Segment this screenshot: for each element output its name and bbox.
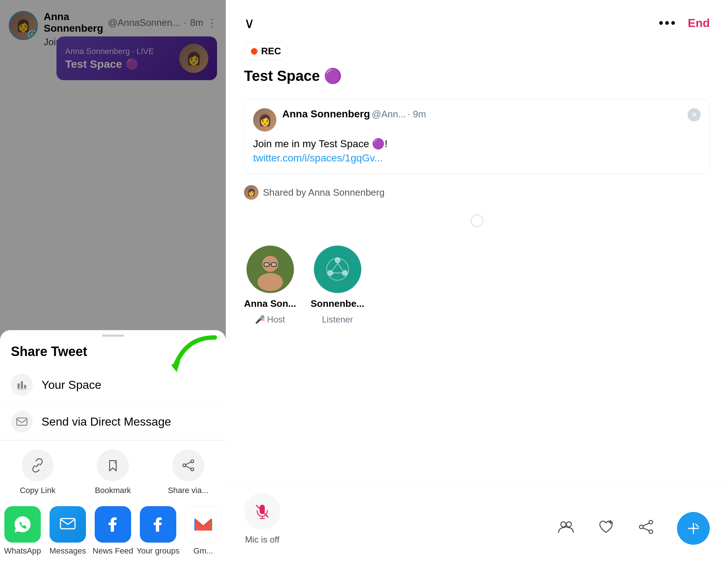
space-title: Test Space 🟣: [226, 64, 728, 95]
sonnenberg-role: Listener: [322, 314, 353, 325]
anna-mic-muted-icon: 🎤̶: [255, 315, 265, 324]
loading-circle: [471, 214, 484, 227]
news-feed-item[interactable]: News Feed: [90, 506, 135, 556]
svg-rect-16: [264, 263, 269, 266]
svg-rect-1: [21, 381, 23, 388]
your-groups-label: Your groups: [137, 546, 180, 556]
svg-point-3: [17, 388, 27, 390]
sheet-title: Share Tweet: [0, 344, 226, 367]
participants-section: Anna Son... 🎤̶ Host: [226, 235, 728, 336]
community-icon[interactable]: [557, 518, 575, 539]
whatsapp-icon: [4, 506, 41, 543]
direct-message-option[interactable]: Send via Direct Message: [0, 403, 226, 440]
bookmark-item[interactable]: Bookmark: [75, 449, 151, 495]
tweet-card-url[interactable]: twitter.com/i/spaces/1gqGv...: [253, 152, 383, 164]
end-button[interactable]: End: [688, 16, 710, 30]
svg-rect-17: [271, 263, 276, 266]
rec-text: REC: [261, 46, 281, 57]
share-via-item[interactable]: Share via...: [150, 449, 226, 495]
svg-point-30: [561, 522, 566, 527]
shared-by-avatar: 👩: [244, 185, 259, 200]
space-toolbar: Mic is off: [226, 482, 728, 563]
loading-indicator: [226, 207, 728, 235]
svg-point-22: [327, 270, 333, 276]
your-groups-icon: [140, 506, 176, 543]
chevron-down-icon[interactable]: ∨: [244, 15, 255, 31]
anna-name: Anna Son...: [244, 298, 296, 309]
messages-item[interactable]: Messages: [45, 506, 90, 556]
more-options-button[interactable]: •••: [659, 15, 677, 31]
share-icon[interactable]: [637, 518, 655, 539]
sheet-handle: [102, 335, 124, 337]
whatsapp-item[interactable]: WhatsApp: [0, 506, 45, 556]
svg-point-19: [314, 246, 361, 293]
rec-section: REC: [226, 39, 728, 64]
copy-link-icon: [21, 449, 54, 481]
left-panel: 👩 🔔 Anna Sonnenberg @AnnaSonnen... · 8m …: [0, 0, 226, 563]
gmail-label: Gm...: [193, 546, 213, 556]
messages-label: Messages: [50, 546, 86, 556]
react-icon[interactable]: [597, 518, 615, 539]
svg-point-23: [342, 270, 348, 276]
your-groups-item[interactable]: Your groups: [135, 506, 181, 556]
svg-rect-2: [24, 385, 26, 388]
svg-rect-5: [17, 418, 27, 425]
share-sheet: Share Tweet Your Space: [0, 330, 226, 563]
share-via-icon: [172, 449, 204, 481]
your-space-label: Your Space: [42, 378, 101, 392]
shared-by-text: Shared by Anna Sonnenberg: [263, 187, 385, 198]
news-feed-label: News Feed: [93, 546, 133, 556]
your-space-option[interactable]: Your Space: [0, 367, 226, 403]
tweet-card-sep: ·: [408, 109, 413, 120]
messages-icon: [50, 506, 86, 543]
header-right: ••• End: [659, 15, 710, 31]
app-icons-row: WhatsApp Messages News Feed: [0, 495, 226, 556]
svg-point-8: [191, 468, 194, 471]
mic-button[interactable]: [244, 493, 280, 529]
rec-badge: REC: [244, 42, 288, 60]
tweet-card-name-row: Anna Sonnenberg @Ann... · 9m: [282, 108, 682, 120]
svg-point-21: [335, 257, 341, 263]
right-panel: ∨ ••• End REC Test Space 🟣 👩 Anna Sonnen…: [226, 0, 728, 563]
tweet-card: 👩 Anna Sonnenberg @Ann... · 9m ✕ Join me…: [244, 99, 710, 174]
tweet-card-text: Join me in my Test Space 🟣! twitter.com/…: [253, 137, 701, 165]
svg-line-9: [186, 462, 191, 465]
svg-point-35: [640, 525, 643, 529]
tweet-card-time: 9m: [413, 109, 426, 120]
news-feed-icon: [95, 506, 131, 543]
compose-button[interactable]: [677, 512, 710, 545]
tweet-card-header: 👩 Anna Sonnenberg @Ann... · 9m ✕: [253, 108, 701, 132]
space-header: ∨ ••• End: [226, 0, 728, 39]
svg-rect-11: [60, 519, 75, 529]
mic-label: Mic is off: [245, 535, 279, 545]
svg-point-34: [649, 520, 653, 524]
share-via-label: Share via...: [168, 486, 208, 495]
participant-sonnenberg: Sonnenbe... Listener: [311, 246, 364, 325]
tweet-card-handle: @Ann...: [372, 109, 406, 120]
anna-face: [247, 246, 294, 293]
dm-label: Send via Direct Message: [42, 415, 171, 429]
whatsapp-label: WhatsApp: [4, 546, 41, 556]
tweet-card-avatar-face: 👩: [253, 108, 276, 132]
participant-anna: Anna Son... 🎤̶ Host: [244, 246, 296, 325]
mic-section: Mic is off: [244, 493, 280, 545]
svg-point-6: [191, 460, 194, 463]
gmail-item[interactable]: Gm...: [181, 506, 226, 556]
bookmark-icon: [97, 449, 129, 481]
tweet-card-close-button[interactable]: ✕: [688, 108, 701, 121]
your-space-icon: [11, 374, 33, 396]
copy-link-item[interactable]: Copy Link: [0, 449, 75, 495]
tweet-card-author: Anna Sonnenberg: [282, 108, 370, 120]
toolbar-actions: [557, 512, 710, 545]
svg-point-36: [649, 530, 653, 533]
svg-rect-0: [17, 383, 20, 388]
bookmark-label: Bookmark: [95, 486, 131, 495]
dm-icon: [11, 411, 33, 433]
svg-line-37: [643, 523, 649, 526]
tweet-card-avatar: 👩: [253, 108, 276, 132]
copy-link-label: Copy Link: [20, 486, 55, 495]
sonnenberg-avatar: [314, 246, 361, 293]
sonnenberg-name: Sonnenbe...: [311, 298, 364, 309]
anna-role-row: 🎤̶ Host: [255, 314, 285, 325]
anna-role: Host: [267, 314, 285, 325]
